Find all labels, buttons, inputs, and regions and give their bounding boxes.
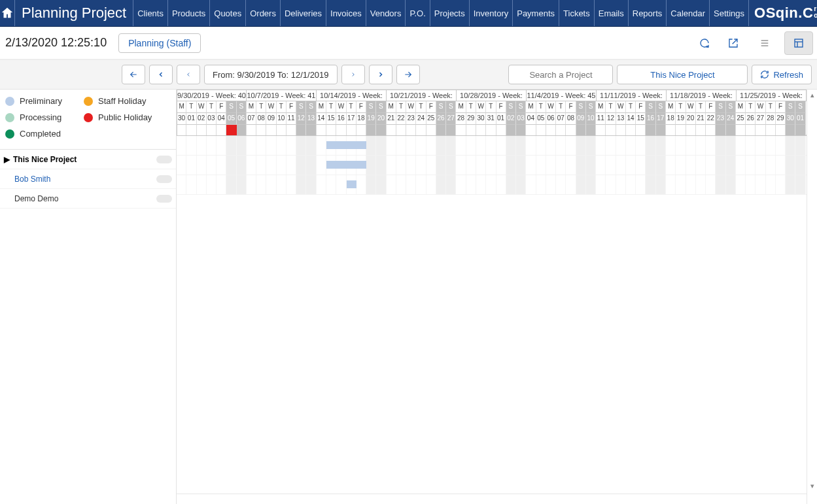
nav-item-calendar[interactable]: Calendar (667, 0, 710, 26)
day-cell: T (186, 101, 196, 113)
nav-item-settings[interactable]: Settings (710, 0, 749, 26)
nav-item-clients[interactable]: Clients (133, 0, 168, 26)
day-cell: 21 (696, 113, 706, 125)
day-cell: 17 (347, 113, 356, 125)
marker-cell (336, 125, 346, 135)
marker-cell (326, 125, 336, 135)
day-cell: 08 (566, 113, 576, 125)
nav-item-inventory[interactable]: Inventory (470, 0, 513, 26)
planning-staff-button[interactable]: Planning (Staff) (118, 33, 201, 53)
day-cell: F (776, 101, 786, 113)
nav-item-quotes[interactable]: Quotes (210, 0, 246, 26)
nav-item-deliveries[interactable]: Deliveries (281, 0, 326, 26)
open-external-button[interactable] (721, 31, 745, 55)
scroll-up-button[interactable]: ▴ (808, 91, 816, 100)
nav-item-products[interactable]: Products (168, 0, 210, 26)
nav-prev-button[interactable] (177, 65, 200, 84)
gantt-bar[interactable] (347, 180, 356, 188)
search-project-input[interactable] (508, 65, 613, 84)
day-cell: 04 (526, 113, 536, 125)
list-icon (758, 38, 771, 48)
tree-member-row[interactable]: Demo Demo (0, 189, 176, 209)
marker-cell (247, 125, 256, 135)
scroll-down-button[interactable]: ▾ (808, 482, 816, 491)
marker-cell (356, 125, 366, 135)
vertical-scrollbar[interactable]: ▴ ▾ (807, 90, 817, 504)
nav-item-projects[interactable]: Projects (430, 0, 470, 26)
tree-member-name: Demo Demo (14, 194, 58, 203)
nav-item-emails[interactable]: Emails (595, 0, 629, 26)
refresh-icon (760, 70, 769, 79)
current-datetime: 2/13/2020 12:25:10 (5, 36, 107, 50)
marker-cell (266, 125, 276, 135)
main-nav: ClientsProductsQuotesOrdersDeliveriesInv… (133, 0, 749, 26)
horizontal-scrollbar[interactable] (177, 494, 807, 504)
nav-item-invoices[interactable]: Invoices (326, 0, 366, 26)
nav-next-page-button[interactable] (369, 65, 392, 84)
marker-cell (576, 125, 586, 135)
nav-item-p-o-[interactable]: P.O. (406, 0, 430, 26)
nav-next-button[interactable] (341, 65, 365, 84)
nav-first-button[interactable] (122, 65, 145, 84)
marker-cell (347, 125, 356, 135)
day-cell: 20 (376, 113, 386, 125)
marker-cell (197, 125, 207, 135)
nav-item-orders[interactable]: Orders (246, 0, 281, 26)
marker-cell (606, 125, 616, 135)
day-cell: T (416, 101, 426, 113)
marker-cell (556, 125, 566, 135)
sync-button[interactable] (693, 31, 716, 55)
marker-cell (506, 125, 516, 135)
marker-cell (786, 125, 795, 135)
timeline-body (177, 136, 817, 195)
chevron-right-icon (350, 70, 356, 79)
public-holiday-marker (226, 125, 236, 135)
day-cell: M (666, 101, 676, 113)
date-range-display[interactable]: From: 9/30/2019 To: 12/1/2019 (204, 65, 338, 84)
marker-cell (626, 125, 636, 135)
day-cell: S (795, 101, 805, 113)
day-cell: 03 (516, 113, 526, 125)
marker-cell (376, 125, 386, 135)
nav-item-reports[interactable]: Reports (629, 0, 667, 26)
nav-item-vendors[interactable]: Vendors (366, 0, 406, 26)
marker-cell (596, 125, 606, 135)
refresh-button[interactable]: Refresh (752, 65, 812, 84)
marker-cell (766, 125, 776, 135)
project-tree: ▶ This Nice Project Bob SmithDemo Demo (0, 150, 176, 209)
tree-member-row[interactable]: Bob Smith (0, 169, 176, 189)
selected-project-display[interactable]: This Nice Project (617, 65, 748, 84)
day-cell: 26 (746, 113, 756, 125)
marker-cell (426, 125, 436, 135)
marker-cell (177, 125, 186, 135)
view-gantt-button[interactable] (784, 31, 813, 55)
day-cell: S (446, 101, 456, 113)
nav-last-button[interactable] (396, 65, 420, 84)
gantt-bar[interactable] (326, 161, 366, 169)
home-button[interactable] (0, 0, 15, 26)
view-list-button[interactable] (750, 31, 779, 55)
day-cell: F (566, 101, 576, 113)
day-cell: 15 (636, 113, 646, 125)
tree-project-row[interactable]: ▶ This Nice Project (0, 150, 176, 169)
day-cell: T (766, 101, 776, 113)
day-cell: 10 (586, 113, 596, 125)
day-cell: 11 (596, 113, 606, 125)
day-cell: M (247, 101, 256, 113)
nav-prev-page-button[interactable] (149, 65, 173, 84)
marker-cell (366, 125, 376, 135)
marker-cell (716, 125, 725, 135)
day-cell: T (486, 101, 496, 113)
day-cell: M (317, 101, 326, 113)
week-header-cell: 10/7/2019 - Week: 41 (247, 90, 317, 101)
dot-processing (5, 113, 14, 122)
day-cell: F (706, 101, 716, 113)
gantt-bar[interactable] (326, 141, 366, 149)
day-cell: 20 (686, 113, 696, 125)
nav-item-tickets[interactable]: Tickets (559, 0, 595, 26)
row-status-pill (156, 156, 172, 163)
day-cell: 18 (356, 113, 366, 125)
day-cell: S (436, 101, 446, 113)
nav-item-payments[interactable]: Payments (513, 0, 559, 26)
marker-cell (277, 125, 287, 135)
